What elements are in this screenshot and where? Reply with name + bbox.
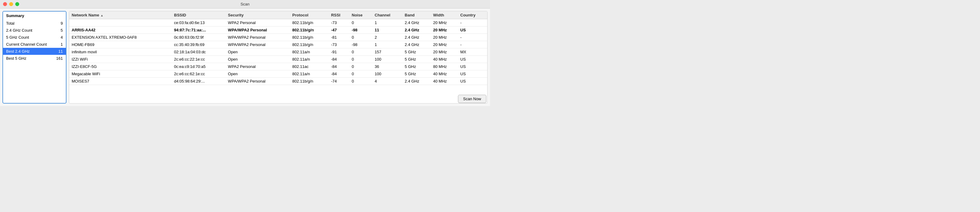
cell-noise: 0 xyxy=(350,34,372,41)
summary-header: Summary xyxy=(3,11,66,20)
table-body: ce:03:fa:d0:6e:13WPA2 Personal802.11b/g/… xyxy=(69,19,487,85)
close-button[interactable] xyxy=(3,2,7,6)
cell-protocol: 802.11b/g/n xyxy=(290,27,329,34)
cell-protocol: 802.11b/g/n xyxy=(290,34,329,41)
cell-channel: 11 xyxy=(372,27,402,34)
table-row[interactable]: MOISES7d4:05:98:64:29:...WPA/WPA2 Person… xyxy=(69,78,487,85)
summary-row: 5 GHz Count4 xyxy=(3,34,66,41)
cell-channel: 157 xyxy=(372,48,402,56)
cell-noise: 0 xyxy=(350,63,372,70)
cell-networkName: HOME-FB69 xyxy=(69,41,172,48)
cell-protocol: 802.11a/n xyxy=(290,70,329,78)
column-header-width: Width xyxy=(431,11,458,19)
cell-country: - xyxy=(458,41,487,48)
column-header-networkName[interactable]: Network Name▲ xyxy=(69,11,172,19)
cell-protocol: 802.11a/n xyxy=(290,56,329,63)
cell-country: US xyxy=(458,27,487,34)
summary-row: Current Channel Count1 xyxy=(3,41,66,48)
cell-width: 40 MHz xyxy=(431,56,458,63)
table-row[interactable]: IZZI WiFi2c:e6:cc:22:1e:ccOpen802.11a/n-… xyxy=(69,56,487,63)
cell-channel: 2 xyxy=(372,34,402,41)
cell-width: 20 MHz xyxy=(431,41,458,48)
summary-row-value: 1 xyxy=(60,42,63,47)
cell-rssi: -84 xyxy=(329,63,350,70)
cell-networkName: IZZI-E8CF-5G xyxy=(69,63,172,70)
summary-row-value: 4 xyxy=(60,35,63,40)
cell-width: 80 MHz xyxy=(431,63,458,70)
cell-rssi: -74 xyxy=(329,78,350,85)
column-header-band: Band xyxy=(402,11,431,19)
cell-band: 2.4 GHz xyxy=(402,34,431,41)
table-row[interactable]: Megacable WiFi2c:e6:cc:62:1e:ccOpen802.1… xyxy=(69,70,487,78)
cell-rssi: -73 xyxy=(329,19,350,27)
cell-rssi: -91 xyxy=(329,48,350,56)
column-header-security: Security xyxy=(226,11,290,19)
column-header-protocol: Protocol xyxy=(290,11,329,19)
cell-networkName: MOISES7 xyxy=(69,78,172,85)
summary-row-label: Best 5 GHz xyxy=(6,56,26,61)
window-controls[interactable] xyxy=(3,2,19,6)
cell-noise: 0 xyxy=(350,19,372,27)
cell-bssid: 94:87:7c:71:aa:... xyxy=(172,27,226,34)
summary-row: Total9 xyxy=(3,20,66,27)
cell-rssi: -84 xyxy=(329,56,350,63)
cell-rssi: -84 xyxy=(329,70,350,78)
sort-arrow-icon: ▲ xyxy=(100,14,103,17)
table-row[interactable]: ce:03:fa:d0:6e:13WPA2 Personal802.11b/g/… xyxy=(69,19,487,27)
main-content: Summary Total92.4 GHz Count55 GHz Count4… xyxy=(0,8,490,106)
cell-bssid: ce:03:fa:d0:6e:13 xyxy=(172,19,226,27)
table-row[interactable]: HOME-FB69cc:35:40:39:fb:69WPA/WPA2 Perso… xyxy=(69,41,487,48)
column-header-country: Country xyxy=(458,11,487,19)
table-row[interactable]: EXTENSION AXTEL XTREMO-0AF80c:80:63:0b:f… xyxy=(69,34,487,41)
cell-country: US xyxy=(458,56,487,63)
cell-bssid: 02:18:1a:04:03:dc xyxy=(172,48,226,56)
bottom-bar: Scan Now xyxy=(458,95,486,103)
cell-band: 5 GHz xyxy=(402,63,431,70)
cell-width: 20 MHz xyxy=(431,34,458,41)
summary-row-value: 5 xyxy=(60,28,63,33)
cell-country: US xyxy=(458,63,487,70)
cell-country: - xyxy=(458,19,487,27)
cell-security: WPA/WPA2 Personal xyxy=(226,78,290,85)
window-title: Scan xyxy=(240,2,250,6)
summary-rows: Total92.4 GHz Count55 GHz Count4Current … xyxy=(3,20,66,62)
cell-bssid: 2c:e6:cc:22:1e:cc xyxy=(172,56,226,63)
cell-networkName xyxy=(69,19,172,27)
network-table-container[interactable]: Network Name▲BSSIDSecurityProtocolRSSINo… xyxy=(69,11,488,104)
table-row[interactable]: ARRIS-AA4294:87:7c:71:aa:...WPA/WPA2 Per… xyxy=(69,27,487,34)
cell-channel: 100 xyxy=(372,70,402,78)
summary-row: 2.4 GHz Count5 xyxy=(3,27,66,34)
summary-row-label: Current Channel Count xyxy=(6,42,47,47)
cell-band: 2.4 GHz xyxy=(402,27,431,34)
cell-bssid: 0c:ea:c9:1d:70:a5 xyxy=(172,63,226,70)
cell-bssid: 2c:e6:cc:62:1e:cc xyxy=(172,70,226,78)
cell-protocol: 802.11b/g/n xyxy=(290,78,329,85)
summary-row-label: 2.4 GHz Count xyxy=(6,28,32,33)
cell-noise: 0 xyxy=(350,78,372,85)
summary-panel: Summary Total92.4 GHz Count55 GHz Count4… xyxy=(2,11,67,104)
table-row[interactable]: infinitum movil02:18:1a:04:03:dcOpen802.… xyxy=(69,48,487,56)
cell-width: 20 MHz xyxy=(431,19,458,27)
cell-bssid: 0c:80:63:0b:f2:9f xyxy=(172,34,226,41)
cell-noise: -98 xyxy=(350,41,372,48)
cell-width: 20 MHz xyxy=(431,48,458,56)
maximize-button[interactable] xyxy=(15,2,19,6)
cell-rssi: -81 xyxy=(329,34,350,41)
summary-row: Best 2.4 GHz11 xyxy=(3,48,66,55)
cell-protocol: 802.11b/g/n xyxy=(290,19,329,27)
table-header: Network Name▲BSSIDSecurityProtocolRSSINo… xyxy=(69,11,487,19)
column-header-channel: Channel xyxy=(372,11,402,19)
cell-security: WPA2 Personal xyxy=(226,63,290,70)
column-header-rssi: RSSI xyxy=(329,11,350,19)
cell-security: WPA/WPA2 Personal xyxy=(226,34,290,41)
cell-channel: 4 xyxy=(372,78,402,85)
cell-width: 20 MHz xyxy=(431,27,458,34)
cell-bssid: cc:35:40:39:fb:69 xyxy=(172,41,226,48)
cell-width: 40 MHz xyxy=(431,78,458,85)
scan-now-button[interactable]: Scan Now xyxy=(458,95,486,103)
cell-security: WPA2 Personal xyxy=(226,19,290,27)
cell-protocol: 802.11a/n xyxy=(290,48,329,56)
minimize-button[interactable] xyxy=(9,2,13,6)
table-row[interactable]: IZZI-E8CF-5G0c:ea:c9:1d:70:a5WPA2 Person… xyxy=(69,63,487,70)
cell-band: 2.4 GHz xyxy=(402,19,431,27)
